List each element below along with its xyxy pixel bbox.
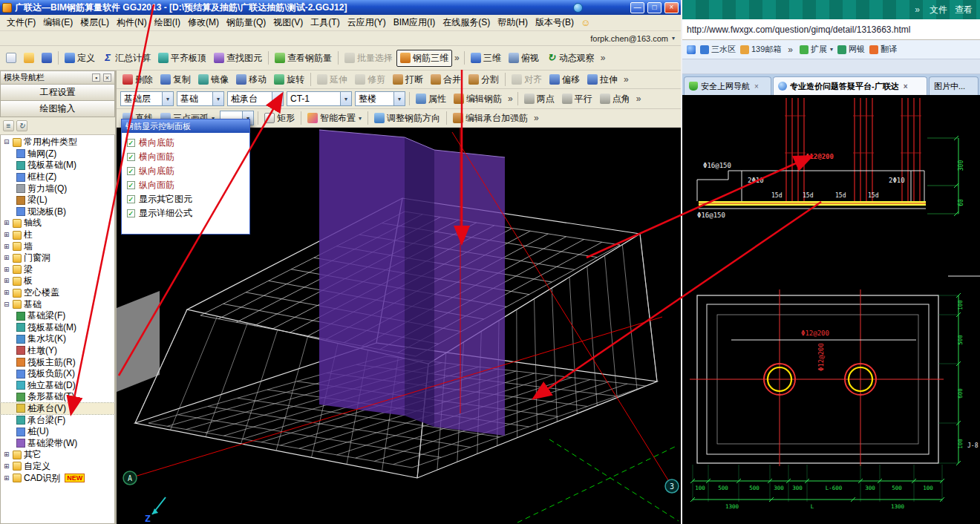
- tree-folder-door-window[interactable]: ⊞门窗洞: [1, 252, 114, 264]
- align-slab-top-button[interactable]: 平齐板顶: [154, 50, 210, 67]
- menu-component[interactable]: 构件(N): [113, 15, 151, 30]
- tree-item-pile-cap[interactable]: 桩承台(V): [1, 403, 114, 415]
- bookmark-extensions[interactable]: 扩展▾: [800, 44, 833, 55]
- checkbox-checked-icon[interactable]: ✓: [127, 181, 135, 189]
- refresh-icon[interactable]: ↻: [16, 120, 27, 131]
- edit-rebar-button[interactable]: 编辑钢筋: [450, 91, 506, 108]
- parallel-button[interactable]: 平行: [558, 91, 596, 108]
- offset-button[interactable]: 偏移: [546, 71, 584, 88]
- menu-tools[interactable]: 工具(T): [307, 15, 343, 30]
- view-rebar-qty-button[interactable]: 查看钢筋量: [271, 50, 336, 67]
- overflow-chevron-icon[interactable]: »: [452, 53, 462, 63]
- batch-select-button[interactable]: 批量选择: [341, 50, 396, 67]
- merge-button[interactable]: 合并: [427, 71, 465, 88]
- tree-folder-axis[interactable]: ⊞轴线: [1, 217, 114, 229]
- overflow-chevron-icon[interactable]: »: [785, 45, 795, 55]
- find-element-button[interactable]: 查找图元: [210, 50, 266, 67]
- minimize-button[interactable]: —: [630, 2, 644, 13]
- check-transverse-bottom-rebar[interactable]: ✓横向底筋: [123, 136, 248, 150]
- account-dropdown-icon[interactable]: ▾: [671, 35, 675, 42]
- check-show-other-elements[interactable]: ✓显示其它图元: [123, 192, 248, 206]
- open-file-button[interactable]: [20, 50, 38, 65]
- bookmark-translate[interactable]: 翻译: [869, 44, 897, 55]
- tree-folder-custom[interactable]: ⊞自定义: [1, 461, 114, 473]
- new-file-button[interactable]: [2, 50, 20, 65]
- rebar-3d-button[interactable]: 钢筋三维: [396, 50, 452, 67]
- browser-menu-view[interactable]: 查看: [955, 4, 973, 16]
- tab-image[interactable]: 图片中...: [929, 76, 979, 95]
- column-3d[interactable]: [319, 130, 505, 436]
- menu-cloud[interactable]: 云应用(Y): [344, 15, 390, 30]
- pin-icon[interactable]: ▪: [92, 73, 100, 82]
- restore-button[interactable]: □: [647, 2, 662, 13]
- menu-modify[interactable]: 修改(M): [184, 15, 223, 30]
- menu-file[interactable]: 文件(F): [3, 15, 39, 30]
- break-button[interactable]: 打断: [389, 71, 427, 88]
- tree-folder-wall[interactable]: ⊞墙: [1, 240, 114, 252]
- close-button[interactable]: ×: [664, 2, 679, 13]
- floor-combo[interactable]: 基础层▾: [120, 91, 174, 106]
- tree-item-independent-foundation[interactable]: 独立基础(D): [1, 379, 114, 391]
- stretch-button[interactable]: 拉伸: [584, 71, 621, 88]
- tree-item-cap-beam[interactable]: 承台梁(F): [1, 414, 114, 426]
- overflow-chevron-icon[interactable]: »: [532, 113, 541, 123]
- tab-close-icon[interactable]: ×: [753, 82, 759, 91]
- point-angle-button[interactable]: 点角: [596, 91, 634, 108]
- check-transverse-top-rebar[interactable]: ✓横向面筋: [123, 150, 248, 164]
- tab-safe-browsing[interactable]: 安全上网导航×: [684, 76, 771, 95]
- view-3d-button[interactable]: 三维: [467, 50, 505, 67]
- rotate-button[interactable]: 旋转: [270, 71, 308, 88]
- section-drawing-input[interactable]: 绘图输入: [0, 101, 115, 117]
- cad-drawing-area[interactable]: Φ16@150 2Φ10 Φ12@200 2Φ10 15d 15d 15d 15…: [682, 95, 980, 524]
- bookmark-ebank[interactable]: 网银: [837, 44, 865, 55]
- tree-folder-other[interactable]: ⊞其它: [1, 449, 114, 461]
- tree-item-raft-main-rebar[interactable]: 筏板主筋(R): [1, 356, 114, 368]
- overflow-chevron-icon[interactable]: »: [634, 94, 644, 104]
- tree-folder-slab[interactable]: ⊞板: [1, 275, 114, 287]
- title-bar[interactable]: 广联达—BIM钢筋算量软件 GGJ2013 - [D:\预结算及抽筋\广联达抽筋…: [0, 0, 681, 15]
- orbit-button[interactable]: ↻动态观察: [543, 50, 598, 67]
- browser-menu-file[interactable]: 文件: [930, 4, 947, 16]
- tree-item-pile[interactable]: 桩(U): [1, 426, 114, 438]
- move-button[interactable]: 移动: [232, 71, 270, 88]
- check-show-detail-formula[interactable]: ✓显示详细公式: [123, 206, 248, 220]
- menu-draw[interactable]: 绘图(I): [151, 15, 184, 30]
- top-view-button[interactable]: 俯视: [505, 50, 543, 67]
- tab-qa-platform[interactable]: 专业造价问题答疑平台-广联达×: [773, 76, 927, 95]
- tree-item-foundation-beam[interactable]: 基础梁(F): [1, 310, 114, 322]
- checkbox-checked-icon[interactable]: ✓: [127, 139, 135, 147]
- checkbox-checked-icon[interactable]: ✓: [127, 153, 135, 161]
- ie-icon[interactable]: [687, 45, 696, 54]
- address-bar[interactable]: http://www.fwxgx.com/question/gimq/detai…: [682, 19, 980, 40]
- tree-folder-column[interactable]: ⊞柱: [1, 229, 114, 241]
- tree-folder-hollow-floor[interactable]: ⊞空心楼盖: [1, 287, 114, 299]
- split-button[interactable]: 分割: [465, 71, 503, 88]
- checkbox-checked-icon[interactable]: ✓: [127, 209, 135, 217]
- overflow-chevron-icon[interactable]: »: [598, 53, 608, 63]
- rectangle-button[interactable]: 矩形: [261, 110, 298, 127]
- bookmark-139-mail[interactable]: 139邮箱: [740, 44, 781, 55]
- menu-bim[interactable]: BIM应用(I): [390, 15, 440, 30]
- checkbox-checked-icon[interactable]: ✓: [127, 195, 135, 203]
- checkbox-checked-icon[interactable]: ✓: [127, 167, 135, 175]
- properties-button[interactable]: 属性: [412, 91, 450, 108]
- layers-icon[interactable]: ≡: [3, 120, 14, 131]
- tree-item-strip-foundation[interactable]: 条形基础(T): [1, 391, 114, 403]
- title-assistant-icon[interactable]: [573, 3, 583, 13]
- component-type-combo[interactable]: 桩承台▾: [227, 91, 284, 106]
- align-button[interactable]: 对齐: [508, 71, 546, 88]
- menu-floor[interactable]: 楼层(L): [76, 15, 113, 30]
- component-name-combo[interactable]: CT-1▾: [287, 91, 352, 106]
- edit-cap-reinforce-button[interactable]: 编辑承台加强筋: [449, 110, 532, 127]
- close-icon[interactable]: ×: [103, 73, 111, 82]
- tree-item-axis-grid[interactable]: 轴网(Z): [1, 148, 114, 160]
- extend-button[interactable]: 延伸: [313, 71, 351, 88]
- tree-folder-cad-identify[interactable]: ⊞CAD识别NEW: [1, 472, 114, 484]
- menu-view[interactable]: 视图(V): [270, 15, 307, 30]
- menu-version[interactable]: 版本号(B): [532, 15, 578, 30]
- tree-item-foundation-beam-band[interactable]: 基础梁带(W): [1, 437, 114, 449]
- menu-edit[interactable]: 编辑(E): [39, 15, 76, 30]
- copy-button[interactable]: 复制: [157, 71, 195, 88]
- tree-item-sump-pit[interactable]: 集水坑(K): [1, 333, 114, 345]
- mirror-button[interactable]: 镜像: [195, 71, 232, 88]
